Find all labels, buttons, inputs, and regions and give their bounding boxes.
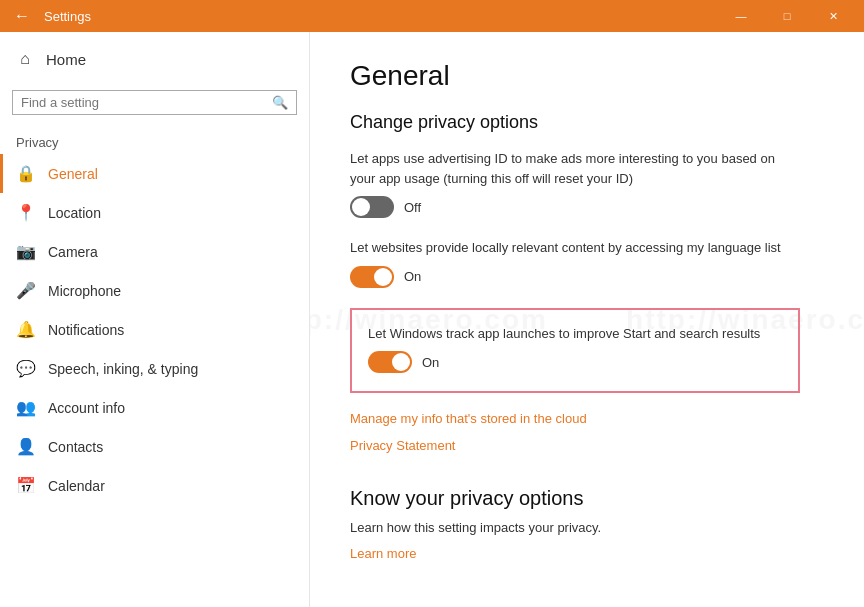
sidebar-item-notifications[interactable]: 🔔 Notifications bbox=[0, 310, 309, 349]
search-input[interactable] bbox=[21, 95, 272, 110]
setting-tracking-highlighted: Let Windows track app launches to improv… bbox=[350, 308, 800, 394]
sidebar-item-label: Camera bbox=[48, 244, 98, 260]
sidebar-item-label: Location bbox=[48, 205, 101, 221]
language-text: Let websites provide locally relevant co… bbox=[350, 238, 790, 258]
page-title: General bbox=[350, 60, 824, 92]
search-icon: 🔍 bbox=[272, 95, 288, 110]
language-toggle-label: On bbox=[404, 269, 421, 284]
advertising-slider bbox=[350, 196, 394, 218]
sidebar-item-home[interactable]: ⌂ Home bbox=[0, 32, 309, 86]
privacy-statement-link[interactable]: Privacy Statement bbox=[350, 438, 456, 453]
sidebar-item-microphone[interactable]: 🎤 Microphone bbox=[0, 271, 309, 310]
sidebar-item-location[interactable]: 📍 Location bbox=[0, 193, 309, 232]
titlebar-left: ← Settings bbox=[8, 2, 91, 30]
camera-icon: 📷 bbox=[16, 242, 34, 261]
section-title: Change privacy options bbox=[350, 112, 824, 133]
contacts-icon: 👤 bbox=[16, 437, 34, 456]
language-slider bbox=[350, 266, 394, 288]
sidebar-item-account[interactable]: 👥 Account info bbox=[0, 388, 309, 427]
manage-link[interactable]: Manage my info that's stored in the clou… bbox=[350, 411, 587, 426]
lock-icon: 🔒 bbox=[16, 164, 34, 183]
calendar-icon: 📅 bbox=[16, 476, 34, 495]
language-toggle[interactable] bbox=[350, 266, 394, 288]
sidebar-item-label: General bbox=[48, 166, 98, 182]
know-title: Know your privacy options bbox=[350, 487, 824, 510]
sidebar: ⌂ Home 🔍 Privacy 🔒 General 📍 Location 📷 … bbox=[0, 32, 310, 607]
links-section: Manage my info that's stored in the clou… bbox=[350, 409, 824, 463]
search-box[interactable]: 🔍 bbox=[12, 90, 297, 115]
titlebar: ← Settings — □ ✕ bbox=[0, 0, 864, 32]
advertising-toggle[interactable] bbox=[350, 196, 394, 218]
tracking-slider bbox=[368, 351, 412, 373]
titlebar-title: Settings bbox=[44, 9, 91, 24]
sidebar-item-general[interactable]: 🔒 General bbox=[0, 154, 309, 193]
setting-language: Let websites provide locally relevant co… bbox=[350, 238, 824, 288]
sidebar-item-camera[interactable]: 📷 Camera bbox=[0, 232, 309, 271]
setting-advertising: Let apps use advertising ID to make ads … bbox=[350, 149, 824, 218]
sidebar-item-contacts[interactable]: 👤 Contacts bbox=[0, 427, 309, 466]
back-button[interactable]: ← bbox=[8, 2, 36, 30]
titlebar-controls: — □ ✕ bbox=[718, 0, 856, 32]
location-icon: 📍 bbox=[16, 203, 34, 222]
notifications-icon: 🔔 bbox=[16, 320, 34, 339]
tracking-toggle[interactable] bbox=[368, 351, 412, 373]
language-toggle-row: On bbox=[350, 266, 824, 288]
sidebar-section-label: Privacy bbox=[0, 127, 309, 154]
sidebar-item-label: Calendar bbox=[48, 478, 105, 494]
sidebar-item-label: Notifications bbox=[48, 322, 124, 338]
advertising-toggle-row: Off bbox=[350, 196, 824, 218]
tracking-text: Let Windows track app launches to improv… bbox=[368, 324, 782, 344]
sidebar-item-calendar[interactable]: 📅 Calendar bbox=[0, 466, 309, 505]
know-text: Learn how this setting impacts your priv… bbox=[350, 518, 824, 538]
sidebar-item-speech[interactable]: 💬 Speech, inking, & typing bbox=[0, 349, 309, 388]
sidebar-item-label: Contacts bbox=[48, 439, 103, 455]
speech-icon: 💬 bbox=[16, 359, 34, 378]
minimize-button[interactable]: — bbox=[718, 0, 764, 32]
tracking-toggle-label: On bbox=[422, 355, 439, 370]
home-icon: ⌂ bbox=[16, 50, 34, 68]
account-icon: 👥 bbox=[16, 398, 34, 417]
main-layout: ⌂ Home 🔍 Privacy 🔒 General 📍 Location 📷 … bbox=[0, 32, 864, 607]
know-privacy-section: Know your privacy options Learn how this… bbox=[350, 487, 824, 571]
sidebar-item-label: Account info bbox=[48, 400, 125, 416]
content-inner: General Change privacy options Let apps … bbox=[350, 60, 824, 571]
microphone-icon: 🎤 bbox=[16, 281, 34, 300]
tracking-toggle-row: On bbox=[368, 351, 782, 373]
sidebar-item-label: Speech, inking, & typing bbox=[48, 361, 198, 377]
advertising-text: Let apps use advertising ID to make ads … bbox=[350, 149, 790, 188]
content-area: http://winaero.com http://winaero.com Ge… bbox=[310, 32, 864, 607]
home-label: Home bbox=[46, 51, 86, 68]
close-button[interactable]: ✕ bbox=[810, 0, 856, 32]
sidebar-item-label: Microphone bbox=[48, 283, 121, 299]
maximize-button[interactable]: □ bbox=[764, 0, 810, 32]
learn-more-link[interactable]: Learn more bbox=[350, 546, 416, 561]
advertising-toggle-label: Off bbox=[404, 200, 421, 215]
